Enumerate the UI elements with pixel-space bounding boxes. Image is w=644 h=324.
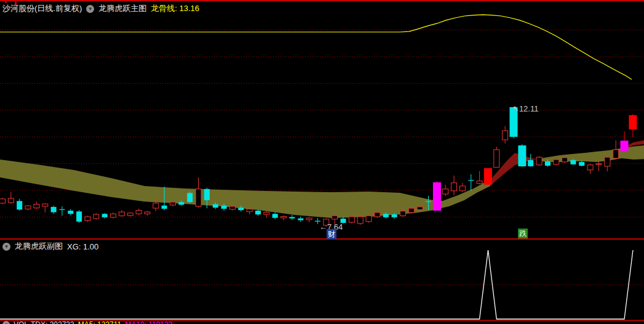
candle-body [477,181,482,184]
chevron-glyph: ▾ [5,322,8,324]
candle-body [408,208,414,213]
candle-body [468,180,474,180]
candle-body [17,201,22,209]
dragon-line [0,15,632,79]
main-chart-header: 沙河股份(日线.前复权) ▾ 龙腾虎跃主图 龙骨线: 13.16 [2,3,199,14]
badge-cai: 财 [327,229,336,239]
candle-body [400,211,405,216]
candle-body [459,186,465,191]
candle-body [162,206,167,209]
candle-body [196,189,201,206]
candle-body [178,202,184,205]
candle-body [60,209,65,210]
stock-title: 沙河股份(日线.前复权) [2,3,82,14]
candle-body [357,217,363,224]
candle-body [238,208,244,210]
candle-body [153,203,159,208]
candle-body [204,189,210,200]
pane-divider [0,238,644,240]
candle-body [554,160,559,164]
chevron-down-icon[interactable]: ▾ [2,243,10,251]
signal-bar-red [484,168,492,185]
signal-bar-red [629,115,637,129]
candle-body [579,162,584,166]
candle-body [545,161,551,166]
candle-body [247,209,252,211]
candle-body [570,160,576,164]
trading-app-window: 沙河股份(日线.前复权) ▾ 龙腾虎跃主图 龙骨线: 13.16 ▾ 龙腾虎跃副… [0,0,644,324]
candle-body [145,212,150,214]
sub-indicator-label: 龙腾虎跃副图 [15,241,63,252]
candle-body [213,205,218,208]
candle-body [562,158,568,162]
candle-body [85,217,90,221]
candle-body [426,201,431,202]
sub-chart-header: ▾ 龙腾虎跃副图 XG: 1.00 [2,241,98,252]
candle-body [315,221,320,222]
candle-body [34,205,39,208]
candle-body [76,211,82,222]
chevron-glyph: ▾ [89,6,92,12]
candle-body [264,213,269,215]
signal-bar-magenta [433,182,441,211]
candle-body [518,145,526,166]
signal-bar-magenta [621,140,629,151]
candle-body [170,202,176,205]
vol-label: VOL-TDX: 302733 [14,320,74,324]
candle-body [255,211,261,214]
top-border [0,0,644,1]
candle-body [587,165,593,170]
candle-body [392,214,397,217]
candle-body [528,160,533,166]
candle-body [93,214,99,219]
candle-body [102,214,108,217]
candle-body [289,217,295,218]
candle-body [187,193,193,202]
candle-body [8,198,14,203]
candle-body [332,216,338,219]
candle-body [613,150,619,158]
candle-body [221,206,227,209]
candle-body [503,131,508,140]
candle-body [42,204,48,206]
candle-body [281,217,287,218]
ma5-label: MA5: 123711 [78,320,122,324]
chevron-down-icon[interactable]: ▾ [2,321,10,324]
main-indicator-label: 龙腾虎跃主图 [98,3,146,14]
ma10-label: MA10: 110123 [125,320,172,324]
candle-body [272,214,278,218]
candle-body [605,157,610,166]
high-price-annotation: ↖12.11 [512,104,538,113]
xg-line [0,250,633,319]
candle-body [494,150,499,168]
dragon-line-value: 龙骨线: 13.16 [151,3,199,14]
candle-body [596,164,602,164]
candle-body [111,214,116,217]
candle-body [375,213,380,217]
candle-body [0,199,6,203]
chevron-glyph: ▾ [5,244,8,249]
candle-body [443,189,448,194]
candle-body [366,216,372,222]
chevron-down-icon[interactable]: ▾ [86,5,94,13]
candle-body [25,206,31,209]
badge-die: 跌 [518,229,528,238]
candle-body [417,207,423,209]
candle-body [119,212,124,216]
candle-body [349,217,354,222]
volume-pane-header-clipped: ▾ VOL-TDX: 302733 MA5: 123711 MA10: 1101… [2,320,172,324]
chart-canvas[interactable] [0,0,644,324]
band-olive-left [0,160,490,218]
candle-body [451,183,457,191]
candle-body [51,207,57,213]
xg-value: XG: 1.00 [67,242,98,251]
candle-body [127,213,133,216]
candle-body [383,214,389,217]
candle-body [536,157,542,165]
candle-body [229,206,235,209]
candle-body [68,211,73,214]
candle-body [306,218,312,220]
candle-body [298,219,303,221]
candle-body [136,211,141,214]
